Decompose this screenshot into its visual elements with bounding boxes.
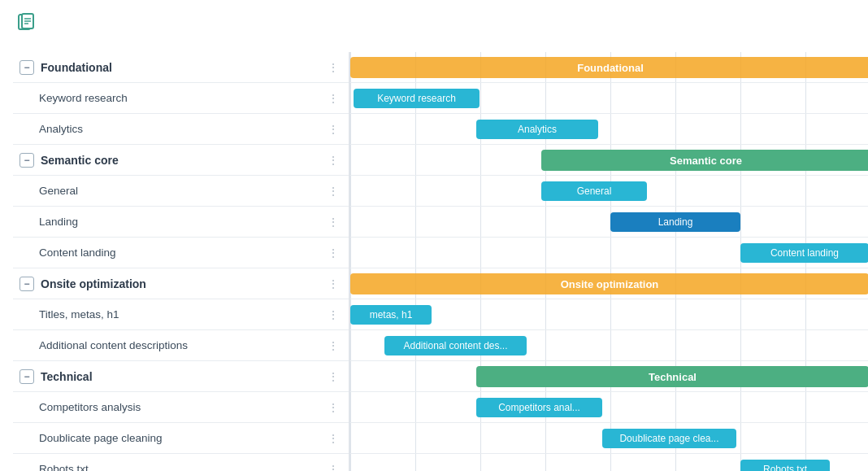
task-row-titles-metas: Titles, metas, h1⋮ — [13, 299, 349, 330]
task-dots-semantic-core[interactable]: ⋮ — [324, 154, 342, 167]
task-name-landing: Landing — [39, 216, 324, 228]
gantt-row-doublicate: Doublicate page clea... — [350, 423, 868, 454]
task-name-robots: Robots.txt — [39, 463, 324, 471]
task-dots-foundational[interactable]: ⋮ — [324, 61, 342, 74]
gantt-bar-keyword-research[interactable]: Keyword research — [354, 89, 480, 108]
task-name-content-landing: Content landing — [39, 246, 324, 259]
gantt-bar-foundational[interactable]: Foundational — [350, 57, 868, 78]
gantt-row-foundational: Foundational — [350, 52, 868, 83]
task-row-doublicate: Doublicate page cleaning⋮ — [13, 423, 349, 454]
task-dots-general[interactable]: ⋮ — [324, 185, 342, 198]
task-dots-titles-metas[interactable]: ⋮ — [324, 308, 342, 321]
group-toggle-onsite-optimization[interactable]: − — [20, 277, 34, 291]
task-list: −Foundational⋮Keyword research⋮Analytics… — [13, 52, 350, 471]
task-dots-analytics[interactable]: ⋮ — [324, 123, 342, 136]
task-row-analytics: Analytics⋮ — [13, 114, 349, 145]
gantt-bar-landing[interactable]: Landing — [610, 212, 740, 232]
task-row-semantic-core: −Semantic core⋮ — [13, 145, 349, 176]
task-dots-keyword-research[interactable]: ⋮ — [324, 92, 342, 105]
gantt-row-titles-metas: metas, h1 — [350, 299, 868, 330]
gantt-row-onsite-optimization: Onsite optimization — [350, 268, 868, 299]
task-row-technical: −Technical⋮ — [13, 361, 349, 392]
gantt-bar-titles-metas[interactable]: metas, h1 — [350, 305, 432, 325]
task-row-competitors: Competitors analysis⋮ — [13, 392, 349, 423]
gantt-row-robots: Robots.txt — [350, 454, 868, 471]
gantt-bar-robots[interactable]: Robots.txt — [740, 460, 830, 471]
gantt-bar-competitors[interactable]: Competitors anal... — [476, 398, 602, 417]
gantt-row-general: General — [350, 176, 868, 207]
gantt-row-content-landing: Content landing — [350, 238, 868, 268]
gantt-wrapper: −Foundational⋮Keyword research⋮Analytics… — [13, 52, 868, 471]
task-dots-content-landing[interactable]: ⋮ — [324, 246, 342, 259]
gantt-bar-general[interactable]: General — [541, 181, 647, 201]
gantt-bar-content-landing[interactable]: Content landing — [740, 243, 868, 263]
task-name-keyword-research: Keyword research — [39, 92, 324, 104]
group-toggle-semantic-core[interactable]: − — [20, 153, 34, 168]
task-row-robots: Robots.txt⋮ — [13, 454, 349, 471]
task-row-additional-content: Additional content descriptions⋮ — [13, 330, 349, 361]
task-row-onsite-optimization: −Onsite optimization⋮ — [13, 268, 349, 299]
gantt-bar-additional-content[interactable]: Additional content des... — [384, 336, 527, 355]
gantt-chart: FoundationalKeyword researchAnalyticsSem… — [350, 52, 868, 471]
gantt-row-semantic-core: Semantic core — [350, 145, 868, 176]
task-name-foundational: Foundational — [41, 61, 324, 74]
gantt-row-competitors: Competitors anal... — [350, 392, 868, 423]
task-row-foundational: −Foundational⋮ — [13, 52, 349, 83]
task-dots-robots[interactable]: ⋮ — [324, 463, 342, 472]
task-name-doublicate: Doublicate page cleaning — [39, 432, 324, 444]
task-name-technical: Technical — [41, 370, 324, 383]
task-dots-onsite-optimization[interactable]: ⋮ — [324, 277, 342, 290]
app-container: −Foundational⋮Keyword research⋮Analytics… — [0, 0, 868, 471]
seo-plan-icon — [16, 13, 37, 39]
task-row-landing: Landing⋮ — [13, 207, 349, 238]
task-name-semantic-core: Semantic core — [41, 154, 324, 167]
group-toggle-foundational[interactable]: − — [20, 60, 34, 75]
task-dots-additional-content[interactable]: ⋮ — [324, 339, 342, 352]
gantt-bar-doublicate[interactable]: Doublicate page clea... — [602, 429, 736, 448]
task-dots-landing[interactable]: ⋮ — [324, 216, 342, 229]
task-dots-competitors[interactable]: ⋮ — [324, 401, 342, 414]
task-name-analytics: Analytics — [39, 123, 324, 135]
gantt-row-analytics: Analytics — [350, 114, 868, 145]
page-header — [13, 13, 868, 39]
gantt-row-keyword-research: Keyword research — [350, 83, 868, 114]
gantt-bar-analytics[interactable]: Analytics — [476, 120, 598, 139]
group-toggle-technical[interactable]: − — [20, 369, 34, 384]
gantt-row-technical: Technical — [350, 361, 868, 392]
task-name-general: General — [39, 185, 324, 197]
task-dots-technical[interactable]: ⋮ — [324, 370, 342, 383]
task-row-keyword-research: Keyword research⋮ — [13, 83, 349, 114]
task-row-content-landing: Content landing⋮ — [13, 238, 349, 268]
task-name-titles-metas: Titles, metas, h1 — [39, 308, 324, 321]
gantt-bar-technical[interactable]: Technical — [476, 366, 868, 387]
task-row-general: General⋮ — [13, 176, 349, 207]
task-dots-doublicate[interactable]: ⋮ — [324, 432, 342, 445]
task-name-onsite-optimization: Onsite optimization — [41, 277, 324, 290]
gantt-row-additional-content: Additional content des... — [350, 330, 868, 361]
gantt-row-landing: Landing — [350, 207, 868, 238]
task-name-additional-content: Additional content descriptions — [39, 339, 324, 351]
gantt-bar-onsite-optimization[interactable]: Onsite optimization — [350, 273, 868, 294]
gantt-bar-semantic-core[interactable]: Semantic core — [541, 150, 868, 171]
task-name-competitors: Competitors analysis — [39, 401, 324, 413]
